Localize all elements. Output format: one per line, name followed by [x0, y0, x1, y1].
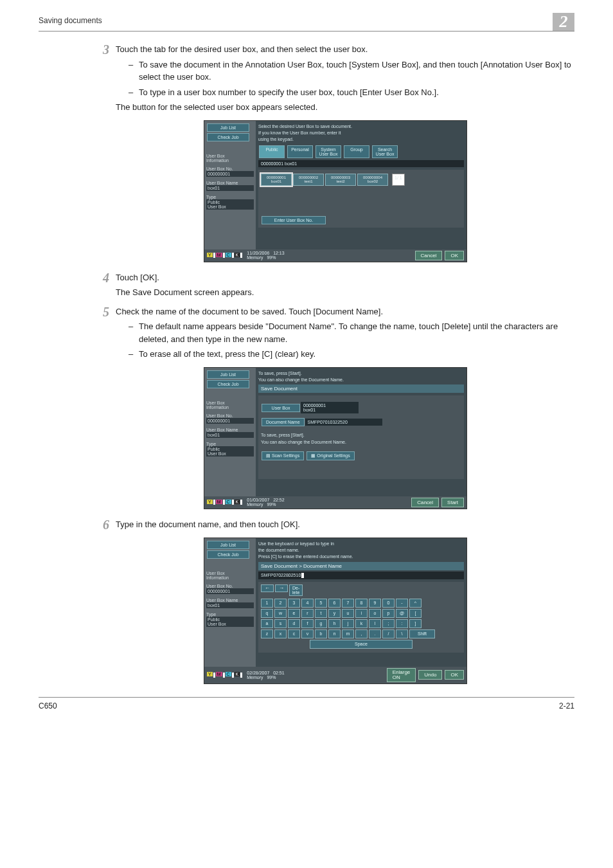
key-3[interactable]: 3: [288, 599, 300, 608]
footer-page: 2-21: [559, 701, 574, 710]
document-name-value: SMFP07010322520: [305, 419, 382, 426]
key-;[interactable]: ;: [382, 619, 395, 628]
cursor-right-button[interactable]: →: [275, 584, 288, 592]
key-q[interactable]: q: [261, 609, 273, 618]
time: 02:51: [273, 671, 285, 675]
check-job-button[interactable]: Check Job: [207, 133, 249, 141]
key-k[interactable]: k: [355, 619, 368, 628]
key-:[interactable]: :: [396, 619, 408, 628]
document-name-input[interactable]: SMFP07022802510: [258, 572, 464, 579]
key-2[interactable]: 2: [274, 599, 287, 608]
step-3: 3 Touch the tab for the desired user box…: [96, 43, 574, 114]
key-@[interactable]: @: [396, 609, 408, 618]
scan-settings-button[interactable]: ▤ Scan Settings: [262, 451, 304, 460]
label: User Box Name: [206, 181, 254, 185]
prompt-text: the document name.: [258, 547, 464, 554]
page-indicator: 1/ 1: [392, 174, 405, 186]
key-i[interactable]: i: [355, 609, 368, 618]
status-bar: YMCK 01/03/2007 22:52 Memory 99% Cancel …: [204, 496, 466, 509]
key-c[interactable]: c: [288, 629, 300, 638]
job-list-button[interactable]: Job List: [207, 123, 249, 132]
value: Public User Box: [206, 617, 254, 627]
key-d[interactable]: d: [288, 619, 300, 628]
key-j[interactable]: j: [342, 619, 354, 628]
key-w[interactable]: w: [274, 609, 287, 618]
key-y[interactable]: y: [328, 609, 341, 618]
user-box-item[interactable]: 000000004box02: [357, 174, 388, 186]
key-u[interactable]: u: [342, 609, 354, 618]
original-settings-button[interactable]: ▦ Original Settings: [306, 451, 354, 460]
key-7[interactable]: 7: [342, 599, 354, 608]
key-6[interactable]: 6: [328, 599, 341, 608]
key-p[interactable]: p: [382, 609, 395, 618]
key-o[interactable]: o: [369, 609, 381, 618]
check-job-button[interactable]: Check Job: [207, 550, 249, 559]
keyboard-row-4: zxcvbnm,./\Shift: [261, 629, 461, 638]
enter-user-box-no-button[interactable]: Enter User Box No.: [262, 216, 326, 224]
key-v[interactable]: v: [301, 629, 314, 638]
enlarge-button[interactable]: Enlarge ON: [387, 668, 416, 682]
label: User Box Name: [206, 598, 254, 602]
job-list-button[interactable]: Job List: [207, 541, 249, 549]
key--[interactable]: -: [396, 599, 408, 608]
tab-public[interactable]: Public: [259, 145, 285, 158]
key-z[interactable]: z: [261, 629, 273, 638]
user-box-item[interactable]: 000000002test1: [293, 174, 324, 186]
key-r[interactable]: r: [301, 609, 314, 618]
label: Type: [206, 195, 254, 199]
step-number: 3: [96, 43, 116, 114]
cursor-left-button[interactable]: ←: [261, 584, 274, 592]
label: User Box Name: [206, 428, 254, 432]
key-x[interactable]: x: [274, 629, 287, 638]
key-m[interactable]: m: [342, 629, 354, 638]
job-list-button[interactable]: Job List: [207, 370, 249, 379]
cancel-button[interactable]: Cancel: [411, 498, 439, 507]
key-4[interactable]: 4: [301, 599, 314, 608]
space-key[interactable]: Space: [310, 640, 413, 649]
key-g[interactable]: g: [315, 619, 327, 628]
key-0[interactable]: 0: [382, 599, 395, 608]
start-button[interactable]: Start: [441, 498, 464, 507]
key-,[interactable]: ,: [355, 629, 368, 638]
tab-search[interactable]: Search User Box: [372, 145, 398, 158]
key-l[interactable]: l: [369, 619, 381, 628]
tab-system[interactable]: System User Box: [315, 145, 341, 158]
document-name-button[interactable]: Document Name: [262, 418, 305, 426]
user-box-value: 000000001box01: [301, 402, 359, 413]
ok-button[interactable]: OK: [445, 670, 464, 680]
key-[[interactable]: [: [409, 609, 422, 618]
tab-personal[interactable]: Personal: [287, 145, 313, 158]
label: Memory: [247, 502, 263, 507]
undo-button[interactable]: Undo: [418, 670, 442, 680]
key-8[interactable]: 8: [355, 599, 368, 608]
user-box-button[interactable]: User Box: [262, 404, 300, 412]
toner-indicator: YMCK: [207, 500, 243, 505]
delete-button[interactable]: De- lete: [289, 584, 303, 596]
check-job-button[interactable]: Check Job: [207, 380, 249, 388]
key-1[interactable]: 1: [261, 599, 273, 608]
step-text: Check the name of the document to be sav…: [116, 305, 574, 318]
key-a[interactable]: a: [261, 619, 273, 628]
key-][interactable]: ]: [409, 619, 422, 628]
user-box-item[interactable]: 000000003test2: [325, 174, 356, 186]
key-s[interactable]: s: [274, 619, 287, 628]
key-e[interactable]: e: [288, 609, 300, 618]
ok-button[interactable]: OK: [445, 251, 464, 260]
key-n[interactable]: n: [328, 629, 341, 638]
key-5[interactable]: 5: [315, 599, 327, 608]
key-t[interactable]: t: [315, 609, 327, 618]
tab-group[interactable]: Group: [344, 145, 369, 158]
key-/[interactable]: /: [382, 629, 395, 638]
key-h[interactable]: h: [328, 619, 341, 628]
user-box-item[interactable]: 000000001box01: [261, 174, 292, 186]
page-footer: C650 2-21: [39, 697, 574, 710]
key-f[interactable]: f: [301, 619, 314, 628]
key-.[interactable]: .: [369, 629, 381, 638]
key-^[interactable]: ^: [409, 599, 422, 608]
step-number: 4: [96, 271, 116, 299]
key-9[interactable]: 9: [369, 599, 381, 608]
key-b[interactable]: b: [315, 629, 327, 638]
key-\[interactable]: \: [396, 629, 408, 638]
shift-key[interactable]: Shift: [409, 629, 435, 638]
cancel-button[interactable]: Cancel: [415, 251, 443, 260]
